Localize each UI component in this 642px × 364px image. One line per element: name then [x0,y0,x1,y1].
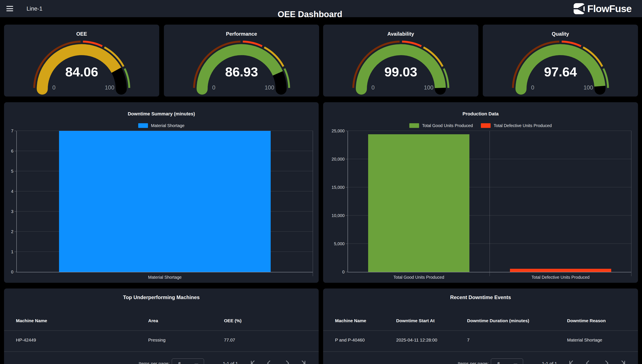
y-axis-tick-label: 5 [11,169,13,174]
previous-page-button[interactable] [263,360,276,364]
top-app-bar: Line-1 OEE Dashboard FlowFuse [0,0,642,17]
quality-gauge: 97.64 0 100 [505,38,616,94]
divider [323,352,638,352]
plot-boundary-line [313,131,313,276]
y-axis-tick [15,212,16,212]
y-axis-tick-label: 25,000 [332,128,345,134]
plot-boundary-line [490,131,490,276]
first-page-button[interactable] [247,360,260,364]
menu-icon[interactable] [6,6,13,11]
y-axis-tick-label: 2 [11,229,13,234]
first-page-icon [569,361,570,364]
downtime-chart-plot: 01234567Material Shortage [16,131,313,272]
previous-page-button[interactable] [582,360,595,364]
last-page-button[interactable] [616,360,629,364]
y-axis-tick [346,187,348,188]
pagination-range: 1-1 of 1 [214,361,246,364]
legend-swatch [138,123,148,128]
items-per-page-label: Items per page: [4,361,170,364]
column-header: Machine Name [335,318,366,323]
gauge-card-quality: Quality 97.64 0 100 [483,24,638,96]
gauge-card-availability: Availability 99.03 0 100 [323,24,478,96]
table-cell: 2025-04-11 12:28:00 [396,338,437,342]
gauge-max-label: 100 [105,84,114,91]
y-axis-tick-label: 6 [11,149,13,154]
gauge-value: 84.06 [65,64,98,79]
flowfuse-logo-icon [574,3,585,14]
downtime-summary-card: Downtime Summary (minutes) Material Shor… [4,102,319,283]
brand-name: FlowFuse [587,3,631,14]
divider [4,330,319,331]
y-axis-tick [15,272,16,272]
brand-logo: FlowFuse [574,0,631,17]
y-axis-tick-label: 0 [11,270,13,274]
first-page-icon [251,361,252,364]
legend-label: Total Good Units Produced [422,123,473,128]
chart-legend: Material Shortage [4,121,319,130]
legend-item[interactable]: Total Defective Units Produced [481,123,552,128]
y-axis-tick-label: 20,000 [332,157,345,162]
column-header: Machine Name [16,318,47,323]
gauge-value: 97.64 [544,64,577,79]
legend-swatch [481,123,491,128]
chevron-right-icon [603,360,608,364]
gauge-value: 86.93 [225,64,258,79]
y-axis-tick [346,272,348,272]
divider [4,352,319,352]
chevron-right-icon [299,360,305,364]
y-axis-tick [15,171,16,172]
table-cell: Material Shortage [567,338,602,342]
items-per-page-value: 5 [497,361,500,364]
chevron-left-icon [251,360,257,364]
gauge-min-label: 0 [52,84,55,91]
first-page-button[interactable] [565,360,578,364]
recent-downtime-events-card: Recent Downtime Events Items per page: 5… [323,288,638,364]
items-per-page-select[interactable]: 5 [491,358,523,364]
gauge-title: Quality [483,31,638,37]
legend-item[interactable]: Material Shortage [138,123,184,128]
x-axis-category-label: Material Shortage [148,275,182,280]
x-axis-category-label: Total Good Units Produced [393,275,444,280]
y-axis-tick [346,216,348,216]
pagination-range: 1-1 of 1 [533,361,566,364]
last-page-button[interactable] [296,360,309,364]
column-header: Downtime Duration (minutes) [467,318,529,323]
chevron-left-icon [570,360,575,364]
gauge-min-label: 0 [531,84,534,91]
gauge-card-performance: Performance 86.93 0 100 [164,24,319,96]
page-label: Line-1 [27,5,43,12]
chevron-left-icon [586,360,591,364]
bar-material-shortage [59,131,271,272]
y-axis-tick-label: 5,000 [334,242,345,246]
oee-dashboard-screen: Line-1 OEE Dashboard FlowFuse OEE 84.06 … [0,0,642,364]
y-axis-tick [346,159,348,159]
chevron-left-icon [267,360,272,364]
chart-title: Downtime Summary (minutes) [4,111,319,117]
performance-gauge: 86.93 0 100 [186,38,297,94]
next-page-button[interactable] [599,360,612,364]
last-page-icon [305,361,305,364]
column-header: Area [148,318,158,323]
plot-boundary-line [631,131,631,276]
table-title: Recent Downtime Events [323,294,638,300]
column-header: Downtime Start At [396,318,435,323]
table-cell: HP-42449 [16,338,36,342]
items-per-page-select[interactable]: 5 [172,358,204,364]
gauge-value: 99.03 [384,64,417,79]
next-page-button[interactable] [280,360,293,364]
legend-swatch [409,123,419,128]
y-axis-tick [15,191,16,192]
gauge-max-label: 100 [264,84,274,91]
bar-total-good-units-produced [368,134,469,272]
y-axis-tick [15,252,16,252]
gridline [348,131,631,131]
chevron-right-icon [619,360,624,364]
gauge-max-label: 100 [583,84,593,91]
legend-item[interactable]: Total Good Units Produced [409,123,473,128]
items-per-page-label: Items per page: [323,361,489,364]
y-axis-tick-label: 3 [11,209,13,214]
y-axis-tick [346,244,348,244]
y-axis-tick-label: 10,000 [332,213,345,218]
page-title: OEE Dashboard [278,10,343,19]
availability-gauge: 99.03 0 100 [346,38,456,94]
